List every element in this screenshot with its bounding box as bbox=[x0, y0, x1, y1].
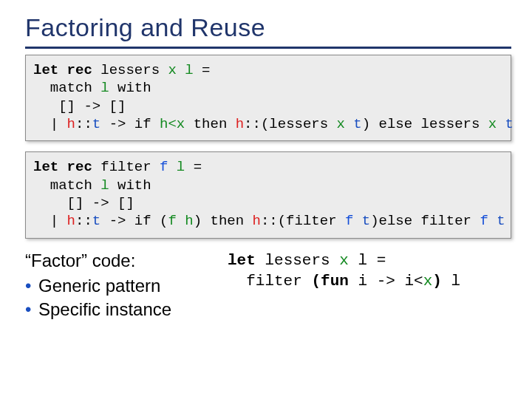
var-x: x bbox=[423, 273, 433, 290]
keyword-fun: (fun bbox=[311, 273, 348, 290]
var-x: x bbox=[488, 116, 497, 132]
var-h: h bbox=[67, 116, 75, 132]
var-t: t bbox=[353, 116, 361, 132]
var-x: x bbox=[168, 62, 176, 78]
var-x: x bbox=[337, 116, 345, 132]
var-l: l bbox=[177, 159, 185, 175]
slide-title: Factoring and Reuse bbox=[25, 13, 511, 42]
var-t: t bbox=[362, 213, 370, 229]
title-underline bbox=[25, 47, 511, 49]
var-h: h bbox=[236, 116, 244, 132]
factor-notes: “Factor” code: Generic pattern Specific … bbox=[25, 249, 217, 322]
bottom-row: “Factor” code: Generic pattern Specific … bbox=[25, 249, 511, 322]
var-l: l bbox=[185, 62, 193, 78]
var-x: x bbox=[339, 252, 349, 269]
code-box-lessers: let rec lessers x l = match l with [] ->… bbox=[25, 55, 511, 141]
bullet-specific-instance: Specific instance bbox=[25, 298, 217, 321]
var-l: l bbox=[100, 177, 109, 194]
bullet-generic-pattern: Generic pattern bbox=[25, 274, 217, 298]
var-h: h bbox=[67, 213, 75, 229]
var-h: h bbox=[253, 213, 261, 229]
keyword-let-rec: let rec bbox=[33, 62, 92, 78]
code-line: [] -> [] bbox=[33, 98, 126, 115]
slide: Factoring and Reuse let rec lessers x l … bbox=[0, 0, 532, 399]
var-l: l bbox=[100, 80, 109, 96]
var-f: f bbox=[345, 213, 353, 229]
var-t: t bbox=[505, 116, 514, 132]
var-t: t bbox=[92, 116, 100, 132]
cond-fh: f h bbox=[168, 213, 193, 229]
var-f: f bbox=[480, 213, 488, 229]
code-box-filter: let rec filter f l = match l with [] -> … bbox=[25, 151, 511, 238]
var-f: f bbox=[160, 159, 168, 175]
fn-name: filter bbox=[92, 159, 160, 175]
code-line: [] -> [] bbox=[33, 195, 134, 211]
fn-name: lessers bbox=[92, 62, 168, 78]
code-snippet-lessers-filter: let lessers x l = filter (fun i -> i<x) … bbox=[228, 249, 460, 322]
var-t: t bbox=[497, 213, 505, 229]
cond-hltx: h<x bbox=[160, 116, 185, 132]
keyword-let-rec: let rec bbox=[33, 159, 92, 175]
factor-heading: “Factor” code: bbox=[25, 249, 217, 273]
var-t: t bbox=[92, 213, 100, 229]
keyword-let: let bbox=[228, 252, 265, 269]
